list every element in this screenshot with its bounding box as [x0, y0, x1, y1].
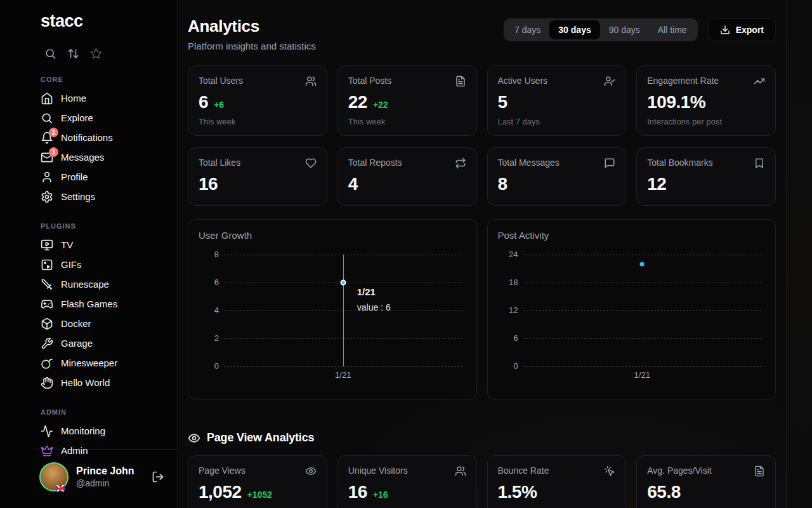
page-heading: Analytics Platform insights and statisti… — [188, 17, 316, 51]
sidebar-item-label: Garage — [61, 338, 93, 349]
file-text-icon — [455, 76, 466, 87]
sidebar: stacc CORE Home Explore 1 Notifications — [0, 0, 178, 508]
export-button[interactable]: Export — [708, 18, 776, 41]
main-header: Analytics Platform insights and statisti… — [188, 17, 776, 51]
post-activity-plot[interactable]: 24 18 12 6 0 1/21 — [523, 255, 762, 366]
sidebar-item-label: Notifications — [61, 132, 113, 143]
user-growth-plot[interactable]: 8 6 4 2 0 1/21 value : 6 1/21 — [224, 255, 462, 366]
y-tick-label: 2 — [197, 333, 219, 343]
sort-arrows-icon[interactable] — [67, 48, 79, 60]
stat-value: 8 — [498, 175, 508, 194]
sidebar-item-label: GIFs — [61, 259, 82, 270]
home-icon — [41, 92, 53, 105]
user-icon — [41, 171, 53, 184]
y-tick-label: 0 — [497, 361, 518, 371]
sidebar-item-label: Profile — [61, 171, 88, 182]
stat-value: 4 — [348, 175, 358, 194]
logout-icon[interactable] — [152, 471, 164, 483]
sidebar-item-label: Explore — [61, 112, 93, 123]
sidebar-item-label: Messages — [61, 152, 104, 163]
sidebar-item-gifs[interactable]: GIFs — [41, 255, 177, 274]
stat-value: 16 — [199, 175, 218, 194]
time-range-group: 7 days 30 days 90 days All time — [504, 18, 698, 41]
range-button-7-days[interactable]: 7 days — [506, 20, 549, 39]
stat-value: 5 — [498, 93, 508, 112]
tooltip-label: 1/21 — [357, 286, 391, 297]
charts-row: User Growth 8 6 4 2 0 1/21 value : 6 1/2… — [188, 219, 776, 399]
download-icon — [720, 25, 730, 35]
stat-label: Engagement Rate — [647, 76, 719, 86]
bell-icon: 1 — [41, 131, 53, 144]
stat-card-engagement-rate: Engagement Rate 109.1% Interactions per … — [636, 65, 776, 136]
range-button-all-time[interactable]: All time — [649, 20, 696, 39]
trending-up-icon — [754, 76, 765, 87]
stat-card-avg-pages-visit: Avg. Pages/Visit 65.8 Pages per session — [636, 455, 776, 508]
avatar[interactable] — [39, 462, 69, 491]
sidebar-item-label: Minesweeper — [61, 358, 117, 368]
stats-row-1: Total Users 6+6 This week Total Posts 22… — [188, 65, 776, 136]
heart-icon — [305, 157, 317, 169]
stat-card-bounce-rate: Bounce Rate 1.5% Single page visits — [487, 455, 627, 508]
gridline: 0 — [523, 366, 762, 367]
sidebar-item-flash-games[interactable]: Flash Games — [41, 294, 177, 314]
nav-section-label-admin: ADMIN — [41, 408, 177, 416]
sidebar-item-profile[interactable]: Profile — [41, 167, 177, 187]
main-content: Analytics Platform insights and statisti… — [178, 0, 787, 508]
sidebar-item-docker[interactable]: Docker — [41, 314, 177, 333]
file-text-icon — [754, 465, 765, 477]
bookmark-icon — [754, 157, 765, 169]
profile-handle: @admin — [76, 478, 152, 488]
stat-value: 109.1% — [647, 93, 705, 112]
sidebar-item-home[interactable]: Home — [41, 88, 177, 108]
sidebar-item-messages[interactable]: 1 Messages — [41, 147, 177, 167]
stat-sub: Interactions per post — [647, 117, 765, 126]
stat-delta: +22 — [373, 100, 388, 110]
chart-card-post-activity: Post Activity 24 18 12 6 0 1/21 — [487, 219, 776, 399]
range-button-90-days[interactable]: 90 days — [600, 20, 649, 39]
data-point — [340, 280, 346, 286]
stat-delta: +6 — [214, 100, 224, 110]
sidebar-item-hello-world[interactable]: Hello World — [41, 373, 177, 392]
stat-card-total-bookmarks: Total Bookmarks 12 — [636, 147, 776, 206]
range-button-30-days[interactable]: 30 days — [549, 20, 599, 39]
hand-icon — [41, 377, 53, 389]
sidebar-item-garage[interactable]: Garage — [41, 333, 177, 353]
stat-value: 6 — [199, 93, 208, 112]
users-icon — [305, 76, 317, 87]
export-label: Export — [736, 25, 764, 35]
sidebar-item-label: TV — [61, 239, 73, 250]
activity-icon — [41, 425, 53, 438]
stat-card-total-likes: Total Likes 16 — [188, 147, 327, 206]
stats-row-3: Page Views 1,052+1052 This week Unique V… — [188, 455, 776, 508]
sidebar-item-notifications[interactable]: 1 Notifications — [41, 128, 177, 147]
chart-card-user-growth: User Growth 8 6 4 2 0 1/21 value : 6 1/2… — [188, 219, 477, 399]
stat-card-total-users: Total Users 6+6 This week — [188, 65, 327, 136]
sidebar-item-explore[interactable]: Explore — [41, 108, 177, 128]
gridline: 24 — [523, 255, 762, 255]
tv-icon — [41, 239, 53, 251]
gridline: 18 — [523, 283, 762, 283]
stat-sub: Last 7 days — [498, 117, 616, 126]
stat-label: Bounce Rate — [498, 465, 549, 476]
chart-tooltip: 1/21 value : 6 — [357, 286, 391, 312]
stat-value: 65.8 — [647, 483, 681, 502]
stat-delta: +1052 — [247, 490, 272, 500]
sword-icon — [41, 278, 53, 291]
eye-icon — [305, 465, 317, 477]
y-tick-label: 24 — [497, 250, 518, 259]
sidebar-item-tv[interactable]: TV — [41, 235, 177, 255]
sidebar-item-runescape[interactable]: Runescape — [41, 274, 177, 294]
sidebar-item-label: Hello World — [61, 377, 110, 388]
sidebar-item-settings[interactable]: Settings — [41, 187, 177, 206]
gif-icon — [41, 258, 53, 271]
stat-label: Total Likes — [199, 157, 240, 168]
search-icon[interactable] — [44, 48, 56, 60]
message-square-icon — [604, 157, 615, 169]
star-icon[interactable] — [90, 48, 102, 60]
app-logo: stacc — [0, 0, 177, 31]
stat-card-total-posts: Total Posts 22+22 This week — [337, 65, 477, 136]
stat-label: Active Users — [498, 76, 548, 86]
sidebar-item-minesweeper[interactable]: Minesweeper — [41, 353, 177, 373]
profile-row: Prince John @admin — [0, 450, 177, 508]
sidebar-item-monitoring[interactable]: Monitoring — [41, 421, 177, 441]
